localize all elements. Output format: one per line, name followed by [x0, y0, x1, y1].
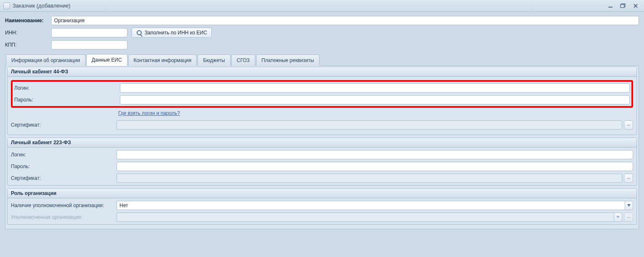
login-223-label: Логин:	[11, 152, 117, 158]
login-44-label: Логин:	[14, 85, 120, 91]
window: Заказчик (добавление) Наименование: ИНН:	[0, 0, 644, 232]
window-title: Заказчик (добавление)	[13, 3, 70, 9]
cert-223-browse-button[interactable]: ···	[624, 174, 633, 183]
login-223-input[interactable]	[117, 150, 633, 159]
row-44-password: Пароль:	[14, 95, 630, 104]
has-auth-dropdown-button[interactable]	[625, 201, 633, 210]
row-inn: ИНН: Заполнить по ИНН из ЕИС	[5, 28, 639, 38]
name-input[interactable]	[51, 16, 639, 25]
auth-org-combo	[117, 213, 622, 222]
tab-body: Личный кабинет 44-ФЗ Логин: Пароль: Где …	[5, 66, 639, 229]
tab-label: СГОЗ	[237, 57, 250, 63]
kpp-label: КПП:	[5, 42, 51, 48]
group-role-title: Роль организации	[8, 189, 636, 198]
close-icon	[633, 3, 638, 8]
group-role: Роль организации Наличие уполномоченной …	[7, 188, 637, 225]
row-223-login: Логин:	[11, 150, 633, 159]
auth-org-dropdown-button	[614, 213, 622, 222]
tab-contact-info[interactable]: Контактная информация	[128, 55, 197, 66]
group-223fz-title: Личный кабинет 223-ФЗ	[8, 138, 636, 148]
svg-rect-0	[608, 7, 613, 8]
auth-org-browse-button: ···	[624, 213, 633, 222]
has-auth-label: Наличие уполномоченной организации:	[11, 202, 117, 208]
search-icon	[136, 30, 142, 36]
tab-label: Информация об организации	[11, 57, 80, 63]
tab-label: Контактная информация	[134, 57, 192, 63]
chevron-down-icon	[616, 216, 620, 218]
password-223-input[interactable]	[117, 162, 633, 171]
kpp-input[interactable]	[51, 40, 127, 49]
chevron-down-icon	[627, 204, 631, 207]
row-223-cert: Сертификат: ···	[11, 174, 633, 183]
tab-budgets[interactable]: Бюджеты	[197, 55, 230, 66]
row-has-auth: Наличие уполномоченной организации:	[11, 201, 633, 210]
cert-44-input[interactable]	[117, 120, 622, 130]
cert-223-label: Сертификат:	[11, 175, 117, 181]
app-icon	[3, 3, 10, 9]
name-label: Наименование:	[5, 18, 51, 23]
cert-223-input[interactable]	[117, 174, 622, 183]
help-link[interactable]: Где взять логин и пароль?	[118, 110, 180, 116]
fill-btn-label: Заполнить по ИНН из ЕИС	[145, 30, 207, 36]
tab-eis-data[interactable]: Данные ЕИС	[86, 54, 127, 66]
svg-rect-2	[621, 5, 624, 8]
cert-44-browse-button[interactable]: ···	[624, 120, 633, 130]
row-44-cert: Сертификат: ···	[11, 120, 633, 130]
tab-payment-details[interactable]: Платежные реквизиты	[256, 55, 319, 66]
cert-44-label: Сертификат:	[11, 122, 117, 128]
tab-label: Платежные реквизиты	[262, 57, 314, 63]
password-44-label: Пароль:	[14, 97, 120, 103]
password-223-label: Пароль:	[11, 164, 117, 169]
minimize-icon	[608, 4, 613, 8]
auth-org-label: Уполномоченная организация:	[11, 214, 117, 220]
tab-strip: Информация об организации Данные ЕИС Кон…	[5, 54, 639, 66]
row-name: Наименование:	[5, 16, 639, 25]
inn-label: ИНН:	[5, 30, 51, 36]
password-44-input[interactable]	[120, 95, 630, 104]
fill-from-eis-button[interactable]: Заполнить по ИНН из ЕИС	[132, 28, 212, 38]
titlebar: Заказчик (добавление)	[0, 0, 644, 12]
row-44-login: Логин:	[14, 83, 630, 93]
group-223fz: Личный кабинет 223-ФЗ Логин: Пароль: Сер…	[7, 138, 637, 186]
inn-input[interactable]	[51, 28, 127, 37]
auth-org-input	[117, 213, 614, 222]
group-44fz: Личный кабинет 44-ФЗ Логин: Пароль: Где …	[7, 67, 637, 135]
tab-label: Бюджеты	[203, 57, 225, 63]
tab-label: Данные ЕИС	[92, 57, 122, 63]
minimize-button[interactable]	[605, 3, 615, 9]
tab-sgoz[interactable]: СГОЗ	[231, 55, 255, 66]
close-button[interactable]	[631, 3, 641, 9]
row-223-password: Пароль:	[11, 162, 633, 171]
row-auth-org: Уполномоченная организация: ···	[11, 213, 633, 222]
tab-org-info[interactable]: Информация об организации	[6, 55, 86, 66]
has-auth-combo[interactable]	[117, 201, 633, 210]
has-auth-value[interactable]	[117, 201, 625, 210]
group-44fz-title: Личный кабинет 44-ФЗ	[8, 67, 636, 77]
restore-icon	[620, 3, 626, 8]
restore-button[interactable]	[618, 3, 628, 9]
row-kpp: КПП:	[5, 40, 639, 49]
content-area: Наименование: ИНН: Заполнить по ИНН из Е…	[0, 12, 644, 232]
login-44-input[interactable]	[120, 83, 630, 93]
highlight-box: Логин: Пароль:	[11, 80, 633, 108]
